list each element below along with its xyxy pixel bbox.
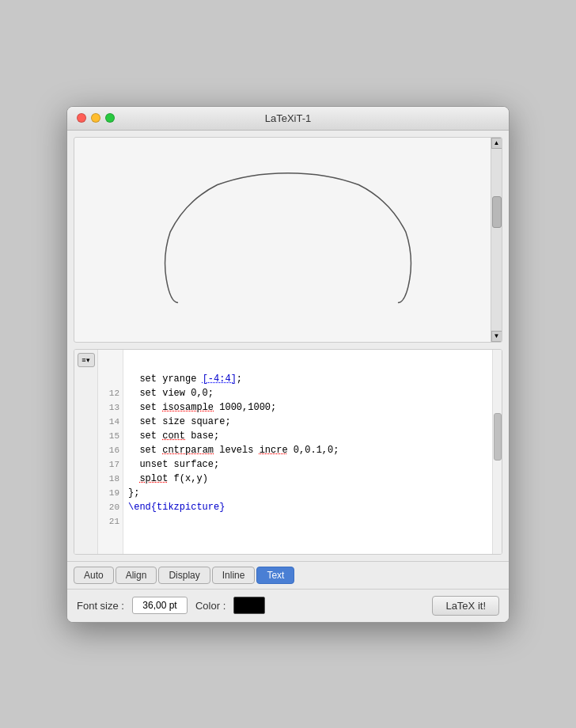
titlebar: LaTeXiT-1 (67, 107, 509, 131)
minimize-button[interactable] (91, 113, 100, 123)
bottom-bar: Font size : Color : LaTeX it! (67, 589, 509, 622)
font-size-label: Font size : (77, 600, 124, 612)
scroll-track (491, 149, 502, 331)
code-line: }; (128, 486, 487, 500)
code-line: set cntrparam levels incre 0,0.1,0; (128, 443, 487, 457)
latex-it-button[interactable]: LaTeX it! (432, 596, 499, 616)
toolbar-menu-button[interactable]: ≡▾ (78, 353, 95, 367)
editor-scrollbar[interactable] (492, 350, 502, 554)
font-size-input[interactable] (132, 597, 188, 614)
tab-align[interactable]: Align (116, 567, 157, 584)
line-numbers: 12 13 14 15 16 17 18 19 20 21 (98, 350, 123, 554)
tab-auto[interactable]: Auto (74, 567, 114, 584)
editor-scroll-thumb[interactable] (494, 413, 502, 461)
color-label: Color : (195, 600, 225, 612)
window-title: LaTeXiT-1 (265, 112, 312, 124)
code-line: set size square; (128, 415, 487, 429)
tab-bar: Auto Align Display Inline Text (67, 561, 509, 589)
code-line: set cont base; (128, 429, 487, 443)
code-line: set yrange [-4:4]; (128, 372, 487, 386)
tab-text[interactable]: Text (256, 567, 294, 584)
editor-toolbar: ≡▾ (74, 350, 98, 554)
traffic-lights (77, 113, 115, 123)
preview-area: ▲ ▼ (74, 137, 502, 343)
scroll-down-button[interactable]: ▼ (491, 331, 502, 342)
main-window: LaTeXiT-1 ▲ ▼ ≡▾ 12 13 14 (66, 106, 510, 623)
scroll-thumb[interactable] (492, 196, 502, 228)
code-line: \end{tikzpicture} (128, 500, 487, 514)
scroll-up-button[interactable]: ▲ (491, 138, 502, 149)
close-button[interactable] (77, 113, 86, 123)
tab-display[interactable]: Display (158, 567, 210, 584)
color-swatch[interactable] (233, 597, 265, 614)
maximize-button[interactable] (105, 113, 115, 123)
tab-inline[interactable]: Inline (212, 567, 256, 584)
code-line: unset surface; (128, 457, 487, 472)
editor-content[interactable]: set yrange [-4:4]; set view 0,0; set iso… (123, 350, 492, 554)
preview-svg (74, 138, 502, 342)
code-line (128, 514, 487, 529)
code-line: splot f(x,y) (128, 472, 487, 486)
code-line: set isosample 1000,1000; (128, 400, 487, 415)
code-line: set view 0,0; (128, 386, 487, 400)
preview-scrollbar[interactable]: ▲ ▼ (491, 138, 502, 342)
editor-area: ≡▾ 12 13 14 15 16 17 18 19 20 21 set yra… (74, 349, 502, 555)
